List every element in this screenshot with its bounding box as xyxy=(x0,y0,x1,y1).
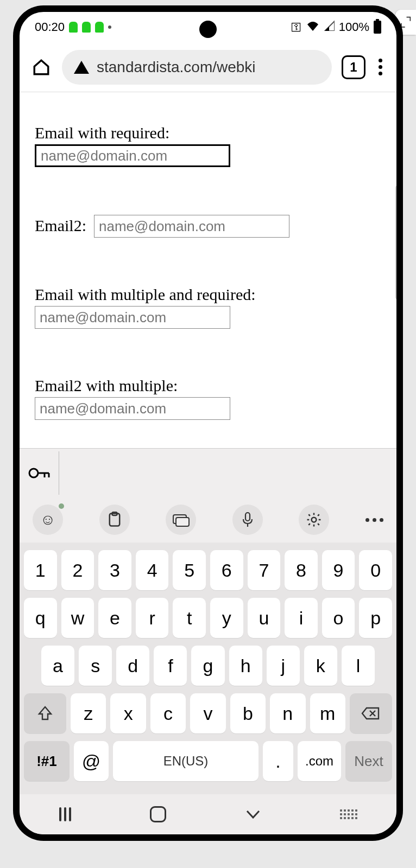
battery-percent: 100% xyxy=(339,20,369,34)
key-t[interactable]: t xyxy=(173,598,206,638)
insecure-warning-icon xyxy=(74,61,89,74)
key-z[interactable]: z xyxy=(71,693,106,733)
vpn-key-icon: ⚿ xyxy=(291,21,302,34)
wifi-icon xyxy=(306,20,319,34)
key-g[interactable]: g xyxy=(191,646,224,686)
key-o[interactable]: o xyxy=(322,598,355,638)
battery-icon xyxy=(374,21,381,34)
url-bar[interactable]: standardista.com/webki xyxy=(62,50,332,85)
key-x[interactable]: x xyxy=(110,693,146,733)
key-1[interactable]: 1 xyxy=(24,550,57,590)
android-icon xyxy=(69,22,78,33)
key-6[interactable]: 6 xyxy=(210,550,243,590)
key-s[interactable]: s xyxy=(79,646,112,686)
field-label: Email2 with multiple: xyxy=(35,376,381,395)
nav-keyboard-switch-button[interactable] xyxy=(340,809,357,819)
key-a[interactable]: a xyxy=(41,646,74,686)
browser-home-button[interactable] xyxy=(30,56,52,78)
email2-multiple-input[interactable] xyxy=(35,397,230,420)
key-w[interactable]: w xyxy=(61,598,94,638)
svg-point-10 xyxy=(312,518,317,522)
key-r[interactable]: r xyxy=(136,598,169,638)
clipboard-button[interactable] xyxy=(99,505,130,535)
field-label: Email with multiple and required: xyxy=(35,285,381,304)
password-key-icon[interactable] xyxy=(28,462,50,483)
key-v[interactable]: v xyxy=(190,693,225,733)
key-d[interactable]: d xyxy=(116,646,149,686)
settings-button[interactable] xyxy=(299,505,329,535)
svg-rect-8 xyxy=(245,513,250,521)
browser-toolbar: standardista.com/webki 1 xyxy=(20,42,396,92)
page-content[interactable]: Email with required: Email2: Email with … xyxy=(20,92,396,448)
period-key[interactable]: . xyxy=(263,741,293,781)
keyboard-toolbar: ☺ xyxy=(20,497,396,542)
key-k[interactable]: k xyxy=(304,646,337,686)
notification-dot xyxy=(108,25,111,29)
key-b[interactable]: b xyxy=(230,693,266,733)
voice-input-button[interactable] xyxy=(232,505,263,535)
nav-back-button[interactable] xyxy=(245,809,261,820)
scroll-indicator xyxy=(395,186,396,299)
email-multiple-required-input[interactable] xyxy=(35,306,230,329)
phone-frame: 00:20 ⚿ 100% xyxy=(13,5,403,841)
key-7[interactable]: 7 xyxy=(248,550,281,590)
soft-keyboard: 1234567890 qwertyuiop asdfghjkl zxcvbnm … xyxy=(20,542,396,794)
key-j[interactable]: j xyxy=(267,646,300,686)
key-c[interactable]: c xyxy=(150,693,186,733)
next-key[interactable]: Next xyxy=(345,741,392,781)
browser-menu-button[interactable] xyxy=(375,59,386,75)
key-f[interactable]: f xyxy=(154,646,187,686)
android-icon xyxy=(82,22,91,33)
tab-count-value: 1 xyxy=(350,60,357,75)
key-4[interactable]: 4 xyxy=(136,550,169,590)
key-l[interactable]: l xyxy=(342,646,375,686)
tab-switcher-button[interactable]: 1 xyxy=(342,55,365,79)
shift-key[interactable] xyxy=(24,693,66,733)
symbols-key[interactable]: !#1 xyxy=(24,741,70,781)
android-icon xyxy=(95,22,104,33)
svg-rect-7 xyxy=(176,518,189,526)
key-5[interactable]: 5 xyxy=(173,550,206,590)
signal-icon xyxy=(324,20,335,34)
key-h[interactable]: h xyxy=(229,646,262,686)
key-u[interactable]: u xyxy=(248,598,281,638)
keyboard-mode-button[interactable] xyxy=(166,505,196,535)
system-navbar xyxy=(20,794,396,834)
key-m[interactable]: m xyxy=(310,693,345,733)
key-i[interactable]: i xyxy=(285,598,318,638)
field-label: Email with required: xyxy=(35,124,381,142)
at-key[interactable]: @ xyxy=(74,741,109,781)
dotcom-key[interactable]: .com xyxy=(298,741,341,781)
key-p[interactable]: p xyxy=(359,598,392,638)
key-9[interactable]: 9 xyxy=(322,550,355,590)
key-e[interactable]: e xyxy=(98,598,131,638)
divider xyxy=(59,451,59,495)
key-3[interactable]: 3 xyxy=(98,550,131,590)
space-key[interactable]: EN(US) xyxy=(113,741,259,781)
nav-recent-button[interactable] xyxy=(59,807,71,821)
key-y[interactable]: y xyxy=(210,598,243,638)
backspace-key[interactable] xyxy=(350,693,392,733)
email2-input[interactable] xyxy=(94,215,289,238)
email-required-input[interactable] xyxy=(35,144,230,167)
key-n[interactable]: n xyxy=(270,693,305,733)
key-0[interactable]: 0 xyxy=(359,550,392,590)
keyboard-more-button[interactable] xyxy=(365,518,383,522)
field-label: Email2: xyxy=(35,216,86,235)
autofill-strip xyxy=(20,448,396,497)
status-time: 00:20 xyxy=(35,20,65,34)
svg-point-0 xyxy=(29,469,38,477)
phone-screen: 00:20 ⚿ 100% xyxy=(20,12,396,834)
emoji-button[interactable]: ☺ xyxy=(33,505,63,535)
camera-notch xyxy=(199,21,217,38)
key-q[interactable]: q xyxy=(24,598,57,638)
url-text: standardista.com/webki xyxy=(97,59,256,76)
key-2[interactable]: 2 xyxy=(61,550,94,590)
key-8[interactable]: 8 xyxy=(285,550,318,590)
nav-home-button[interactable] xyxy=(150,806,166,822)
